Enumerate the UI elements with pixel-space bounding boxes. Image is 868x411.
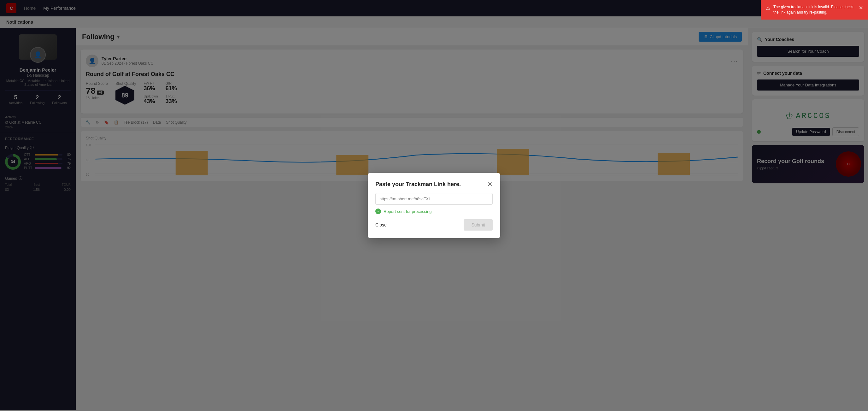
trackman-modal: Paste your Trackman Link here. ✕ ✓ Repor… bbox=[368, 173, 500, 238]
modal-overlay[interactable]: Paste your Trackman Link here. ✕ ✓ Repor… bbox=[0, 0, 868, 411]
check-icon: ✓ bbox=[375, 209, 381, 214]
error-toast: ⚠ The given trackman link is invalid. Pl… bbox=[761, 0, 868, 20]
error-toast-close[interactable]: ✕ bbox=[859, 4, 863, 11]
warning-icon: ⚠ bbox=[766, 5, 770, 12]
modal-close-x-button[interactable]: ✕ bbox=[487, 181, 493, 188]
error-toast-message: The given trackman link is invalid. Plea… bbox=[773, 4, 856, 15]
modal-submit-button[interactable]: Submit bbox=[464, 219, 493, 230]
modal-title: Paste your Trackman Link here. bbox=[375, 181, 461, 188]
success-text: Report sent for processing bbox=[383, 209, 432, 214]
trackman-link-input[interactable] bbox=[375, 193, 493, 205]
modal-actions: Close Submit bbox=[375, 219, 493, 230]
modal-success-message: ✓ Report sent for processing bbox=[375, 209, 493, 214]
modal-close-button[interactable]: Close bbox=[375, 222, 387, 227]
modal-header: Paste your Trackman Link here. ✕ bbox=[375, 181, 493, 188]
